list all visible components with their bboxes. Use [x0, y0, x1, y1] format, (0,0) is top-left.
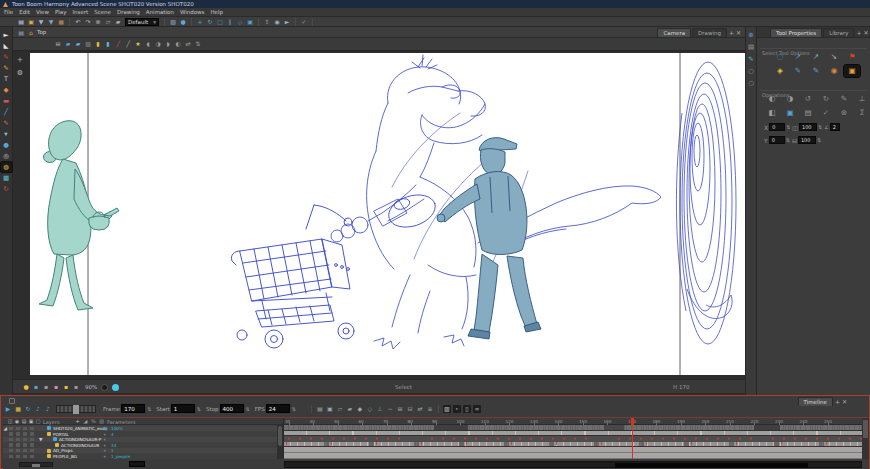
layers-scrollbar[interactable] [277, 425, 283, 459]
layer-toggle[interactable] [30, 449, 34, 453]
opt-gray1-icon[interactable]: ▪ [42, 383, 50, 391]
line-thick-icon[interactable]: ╱ [124, 40, 132, 48]
rotate-icon[interactable]: ↻ [206, 18, 214, 26]
fg-colour-circle[interactable] [112, 384, 119, 391]
maintain-size-icon[interactable]: ◇ [236, 18, 244, 26]
layer-toggle[interactable] [9, 455, 13, 459]
add-view-icon[interactable]: + [729, 29, 734, 36]
scale-w-field[interactable]: 100 [799, 123, 817, 131]
layer-toggle[interactable] [23, 443, 27, 447]
offset-y-field[interactable]: 0 [769, 136, 785, 144]
align-left-icon[interactable]: ◖ [144, 40, 152, 48]
add-keyframe-icon[interactable]: ⊞ [396, 405, 404, 413]
snap-grid-icon[interactable]: ✎ [808, 65, 824, 77]
play-icon[interactable]: ▶ [4, 405, 12, 413]
layer-toggle[interactable] [30, 443, 34, 447]
frame-field[interactable]: 170 [121, 404, 145, 413]
layer-toggle[interactable] [9, 427, 13, 431]
menu-animation[interactable]: Animation [143, 9, 177, 15]
translate-icon[interactable]: + [196, 18, 204, 26]
select-tool[interactable]: ► [1, 30, 12, 40]
timeline-zoom-slider[interactable] [19, 462, 53, 467]
fps-field[interactable]: 24 [266, 404, 290, 413]
bg-colour-circle[interactable] [101, 384, 108, 391]
rotate-90-cw-icon[interactable]: ↻ [818, 93, 834, 105]
opt-gray2-icon[interactable]: ▪ [72, 383, 80, 391]
timeline-ruler[interactable]: 3040506070809010011012013014015016017018… [284, 418, 862, 425]
swap-icon[interactable]: ⇄ [416, 405, 424, 413]
dropper-tool[interactable]: ▾ [1, 129, 12, 139]
prev-drawing-icon[interactable]: ○ [746, 66, 756, 77]
layer-toggle[interactable] [23, 432, 27, 436]
close-panel-icon[interactable]: ✕ [864, 29, 869, 36]
menu-file[interactable]: File [1, 9, 16, 15]
contour-editor-tool[interactable]: ◍ [1, 162, 12, 172]
cut-op-icon[interactable]: ⊗ [836, 107, 852, 119]
grabber-icon[interactable]: ◉ [273, 18, 281, 26]
colour-column-icon[interactable]: ◉ [14, 418, 20, 424]
layer-menu-icon[interactable]: ◢ [82, 418, 89, 424]
loop-icon[interactable]: ↻ [24, 405, 32, 413]
paste-icon[interactable]: ▰ [114, 18, 122, 26]
layer-row-people_bg[interactable]: PEOPLE_BG+1_people [3, 454, 277, 460]
hand-tool[interactable]: ◎ [1, 151, 12, 161]
align-center-icon[interactable]: ◑ [154, 40, 162, 48]
track-people_bg[interactable] [284, 453, 862, 459]
chat-icon[interactable]: ● [179, 18, 187, 26]
colour-wheel-icon[interactable]: ◉ [826, 65, 842, 77]
sound-icon[interactable]: ♪ [34, 405, 42, 413]
cut-icon[interactable]: ⊗ [94, 18, 102, 26]
layer-toggle[interactable] [16, 443, 20, 447]
lock-palette-icon[interactable]: ▮ [104, 40, 112, 48]
layer-toggle[interactable] [23, 438, 27, 442]
menu-help[interactable]: Help [207, 9, 226, 15]
select-tool-active-icon[interactable]: ▣ [844, 65, 860, 77]
works-on-single-icon[interactable]: ◈ [772, 65, 788, 77]
clone-drawing-icon[interactable]: ▰ [346, 405, 354, 413]
camera-canvas[interactable] [30, 53, 745, 375]
line-tool[interactable]: ╱ [1, 107, 12, 117]
start-field[interactable]: 1 [171, 404, 195, 413]
rect-select-tool[interactable]: ▩ [1, 173, 12, 183]
snap-options-icon[interactable]: ↘ [826, 51, 842, 63]
grid-icon[interactable]: ⊞ [54, 40, 62, 48]
layer-toggle[interactable] [30, 427, 34, 431]
colour-swatch-icon[interactable]: ▧ [98, 418, 105, 424]
layer-toggle[interactable] [23, 427, 27, 431]
sound-scrub-icon[interactable]: ♪ [44, 405, 52, 413]
frame-scrub-strip[interactable] [56, 405, 96, 413]
add-panel-icon[interactable]: + [856, 29, 861, 36]
transform-icon[interactable]: ▣ [246, 18, 254, 26]
ellipse-tool[interactable]: ● [1, 140, 12, 150]
onion-range-icon[interactable]: ∞ [473, 405, 481, 413]
add-peg-icon[interactable]: ▣ [326, 405, 334, 413]
dot-sep-icon[interactable]: • [453, 405, 461, 413]
sum-icon[interactable]: Σ [854, 107, 870, 119]
speaker-icon[interactable]: ◢ [4, 426, 7, 431]
layer-toggle[interactable] [30, 438, 34, 442]
layer-toggle[interactable] [30, 432, 34, 436]
flip-v-icon[interactable]: ⇅ [194, 40, 202, 48]
layer-toggle[interactable] [9, 449, 13, 453]
blank-column-icon[interactable]: ▢ [35, 418, 41, 424]
next-drawing-icon[interactable]: ○ [746, 78, 756, 89]
camera-icon[interactable]: ◉ [104, 426, 108, 431]
duplicate-drawing-icon[interactable]: ▱ [336, 405, 344, 413]
reposition-icon[interactable]: ⇧ [263, 18, 271, 26]
layer-parameter[interactable]: 1_people [111, 454, 130, 459]
transform-mini-icon[interactable]: + [15, 55, 25, 66]
text-tool[interactable]: T [1, 74, 12, 84]
playhead-marker[interactable] [631, 418, 634, 425]
tab-drawing[interactable]: Drawing [692, 28, 727, 37]
flip-horizontal-icon[interactable]: ◐ [764, 93, 780, 105]
delete-icon[interactable]: ▦ [57, 18, 65, 26]
save-icon[interactable]: ▼ [37, 18, 45, 26]
show-strokes-icon[interactable]: ▧ [169, 18, 177, 26]
menu-insert[interactable]: Insert [69, 9, 91, 15]
tab-tool-properties[interactable]: Tool Properties [770, 28, 822, 37]
smooth-icon[interactable]: ✎ [836, 93, 852, 105]
stop-field[interactable]: 400 [220, 404, 244, 413]
star-icon[interactable]: ★ [134, 40, 142, 48]
lock-icon[interactable]: ▮ [94, 40, 102, 48]
layer-toggle[interactable] [16, 455, 20, 459]
